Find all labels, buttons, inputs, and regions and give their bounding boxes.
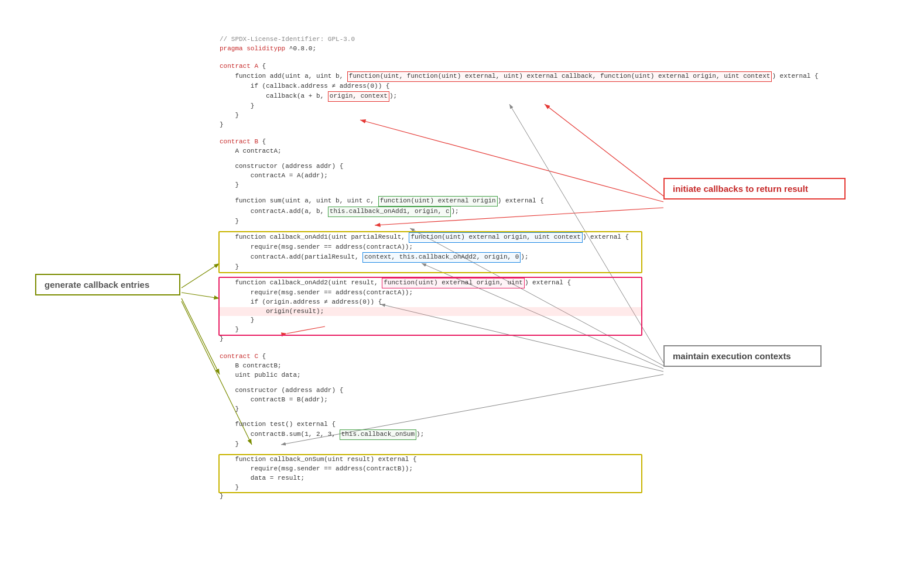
svg-line-15 xyxy=(182,298,220,374)
code-display: // SPDX-License-Identifier: GPL-3.0 prag… xyxy=(220,35,641,501)
svg-line-14 xyxy=(182,293,220,298)
svg-line-13 xyxy=(182,263,220,288)
maintain-execution-annotation: maintain execution contexts xyxy=(663,345,822,367)
generate-callback-annotation: generate callback entries xyxy=(35,274,180,295)
initiate-callbacks-annotation: initiate callbacks to return result xyxy=(663,178,846,200)
